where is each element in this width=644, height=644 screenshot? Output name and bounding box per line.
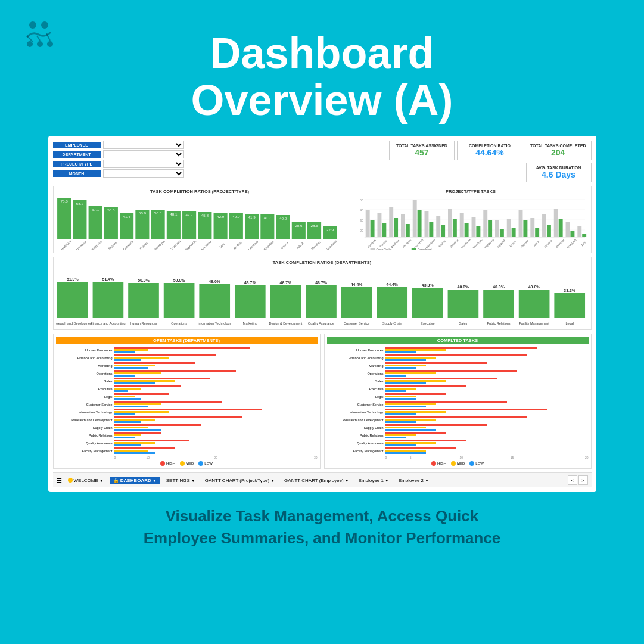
svg-rect-7 (73, 200, 86, 239)
tab-next-button[interactable]: > (578, 475, 588, 485)
svg-rect-88 (484, 210, 488, 237)
svg-text:45.8: 45.8 (201, 214, 209, 218)
svg-text:Pontiac: Pontiac (379, 239, 388, 248)
tab-prev-button[interactable]: < (568, 475, 577, 485)
svg-rect-100 (554, 209, 558, 237)
projecttype-filter[interactable]: PROJECT/TYPE (53, 160, 184, 168)
svg-text:LearnHub: LearnHub (414, 238, 425, 249)
tab-dashboard[interactable]: 🔒 DASHBOARD ▼ (110, 477, 160, 484)
svg-text:HealthLink: HealthLink (461, 238, 472, 250)
svg-rect-98 (542, 214, 546, 237)
svg-rect-149 (412, 288, 443, 318)
svg-text:Customer Service: Customer Service (343, 322, 369, 325)
svg-text:50.0: 50.0 (138, 211, 146, 216)
svg-text:DriveSync: DriveSync (472, 238, 483, 250)
projecttype-select[interactable] (103, 160, 184, 168)
employee-select[interactable] (103, 141, 184, 149)
svg-rect-86 (472, 217, 476, 237)
tab-employee1[interactable]: Employee 1 ▼ (355, 477, 393, 484)
svg-text:Supply Chain: Supply Chain (382, 322, 402, 325)
svg-text:50.0%: 50.0% (138, 278, 150, 282)
kpi-total-completed: TOTAL TASKS COMPLETED 204 (525, 141, 592, 160)
svg-text:CodeCraft: CodeCraft (567, 238, 577, 250)
svg-point-0 (29, 21, 36, 29)
svg-rect-87 (477, 226, 481, 237)
filter-panel: EMPLOYEE DEPARTMENT PROJECT/TYPE MONTH (53, 141, 184, 178)
svg-text:HR Team: HR Team (402, 239, 412, 249)
employee-label: EMPLOYEE (53, 142, 101, 148)
svg-text:Marketing: Marketing (242, 322, 257, 325)
svg-rect-70 (378, 213, 382, 237)
svg-text:40: 40 (360, 209, 364, 212)
tab-settings[interactable]: SETTINGS ▼ (163, 477, 199, 484)
projecttype-label: PROJECT/TYPE (53, 161, 101, 167)
subtitle: Visualize Task Management, Access Quick … (0, 492, 644, 549)
svg-text:48.0%: 48.0% (209, 279, 220, 284)
svg-rect-74 (401, 214, 405, 237)
svg-text:Mysolve: Mysolve (310, 241, 321, 250)
svg-text:SupportTe: SupportTe (184, 239, 197, 250)
svg-text:Pontiac: Pontiac (138, 241, 148, 250)
hamburger-icon[interactable]: ☰ (57, 477, 62, 484)
svg-rect-82 (448, 209, 452, 237)
svg-text:51.9%: 51.9% (66, 277, 78, 281)
department-filter[interactable]: DEPARTMENT (53, 150, 184, 158)
svg-text:Executive: Executive (420, 322, 434, 325)
svg-rect-95 (524, 220, 528, 237)
svg-text:40.0%: 40.0% (457, 285, 469, 289)
svg-text:42.9: 42.9 (232, 215, 240, 219)
svg-rect-73 (394, 218, 399, 237)
svg-text:Quality Assurance: Quality Assurance (308, 322, 334, 325)
svg-text:30: 30 (360, 219, 364, 222)
tab-employee2[interactable]: Employee 2 ▼ (395, 477, 433, 484)
svg-text:50: 50 (360, 199, 364, 202)
svg-rect-85 (465, 223, 469, 237)
completed-tasks-chart: COMPLTED TASKS Human Resources Finance a… (324, 334, 592, 469)
svg-text:Shoreline: Shoreline (449, 239, 459, 249)
svg-text:Legal: Legal (565, 322, 573, 325)
month-filter[interactable]: MONTH (53, 169, 184, 178)
dept-completion-chart: TASK COMPLETION RATIOS (DEPARTMENTS) 51.… (53, 257, 592, 330)
svg-text:50.0: 50.0 (154, 211, 161, 216)
svg-text:LeanHub: LeanHub (247, 240, 259, 250)
kpi-completion-ratio: COMPLETION RATIO 44.64% (457, 141, 522, 160)
svg-rect-69 (371, 220, 375, 237)
svg-text:43.3%: 43.3% (421, 283, 433, 287)
svg-text:WellBeing: WellBeing (90, 239, 102, 250)
employee-filter[interactable]: EMPLOYEE (53, 141, 184, 149)
svg-text:SupportT: SupportT (496, 239, 506, 249)
tab-gantt-employee[interactable]: GANTT CHART (Employee) ▼ (281, 477, 353, 484)
svg-text:68.2: 68.2 (76, 202, 83, 206)
month-label: MONTH (53, 170, 101, 177)
svg-text:Alfa B: Alfa B (295, 241, 304, 250)
svg-text:48.1: 48.1 (170, 213, 178, 217)
svg-rect-93 (512, 228, 516, 237)
svg-text:47.7: 47.7 (185, 213, 193, 217)
dashboard-panel: EMPLOYEE DEPARTMENT PROJECT/TYPE MONTH (48, 136, 596, 492)
svg-text:WellBeing: WellBeing (484, 238, 495, 249)
svg-text:46.7%: 46.7% (244, 281, 256, 285)
svg-rect-153 (483, 290, 514, 318)
tab-gantt-project[interactable]: GANTT CHART (Project/Type) ▼ (201, 477, 278, 484)
svg-text:46.7%: 46.7% (315, 281, 327, 285)
svg-rect-129 (57, 282, 88, 318)
svg-rect-91 (500, 229, 504, 237)
svg-text:44.4%: 44.4% (386, 282, 398, 287)
svg-text:42.9: 42.9 (216, 215, 224, 219)
svg-text:Design & Development: Design & Development (269, 322, 302, 325)
svg-rect-81 (441, 225, 446, 237)
svg-rect-89 (489, 220, 493, 237)
tab-welcome[interactable]: WELCOME ▼ (64, 477, 107, 484)
month-select[interactable] (103, 169, 184, 178)
svg-rect-5 (57, 198, 71, 239)
department-select[interactable] (103, 150, 184, 158)
svg-text:Alfa B: Alfa B (533, 241, 540, 248)
svg-text:DriveSync: DriveSync (153, 239, 166, 250)
svg-text:Universal: Universal (75, 240, 87, 250)
svg-rect-68 (366, 210, 370, 237)
svg-text:Overtech: Overtech (367, 239, 377, 249)
svg-text:Human Resources: Human Resources (130, 322, 157, 325)
svg-rect-151 (447, 290, 478, 318)
svg-text:50.0%: 50.0% (173, 278, 185, 282)
svg-text:EcoNet: EcoNet (232, 241, 242, 250)
